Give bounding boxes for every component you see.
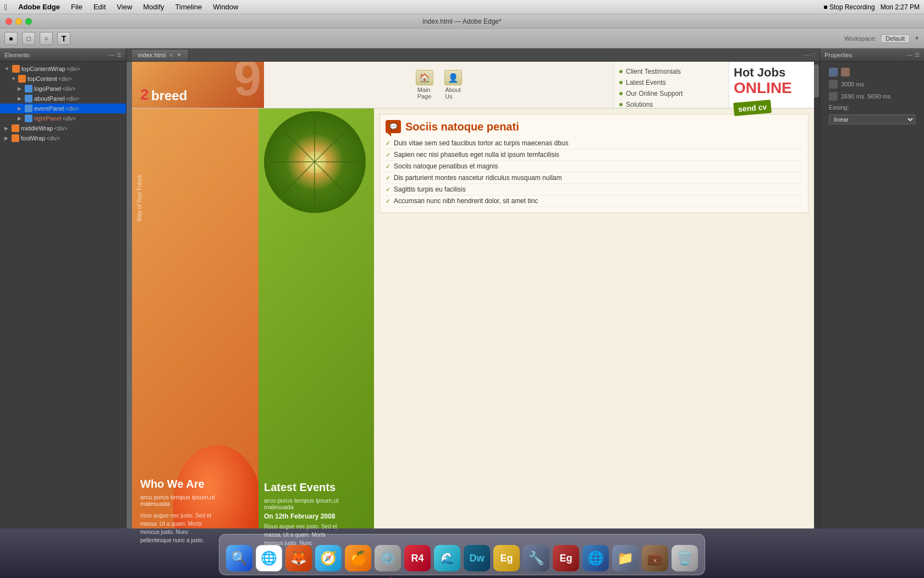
check-icon-3: ✓: [386, 163, 391, 170]
dock-briefcase[interactable]: 💼: [642, 545, 668, 571]
tool-move[interactable]: ■: [4, 32, 18, 45]
toggle-rightpanel[interactable]: ▶: [18, 116, 23, 121]
svg-line-1: [315, 131, 345, 162]
latest-events-subtitle: arcu purus tempus ipsum,utmalesuada: [264, 497, 339, 510]
content-item-5: ✓ Sagittis turpis eu facilisis: [386, 184, 802, 195]
icon-footwrap: [12, 134, 19, 142]
tree-item-topcontent[interactable]: ▼ topContent <div>: [0, 74, 126, 84]
menu-adobeedge[interactable]: Adobe Edge: [16, 3, 62, 11]
workspace-dropdown[interactable]: ▼: [914, 35, 920, 41]
who-we-are-body: risus augue nec justo. Sed etmassa. Ut a…: [140, 511, 215, 544]
prop-ms1-icon: [829, 80, 838, 89]
canvas-scrollbar-thumb[interactable]: [813, 64, 819, 97]
properties-content: 3000 ms 2690 ms 5690 ms Easing: linear e…: [820, 62, 924, 130]
elements-panel-menu[interactable]: ☰: [117, 52, 122, 58]
menu-latest-events[interactable]: Latest Events: [614, 77, 729, 88]
person-icon: 👤: [444, 70, 462, 85]
tool-text[interactable]: T: [57, 32, 70, 45]
canvas-minimize[interactable]: —: [804, 52, 810, 58]
dock-settings[interactable]: ⚙️: [375, 545, 401, 571]
easing-select[interactable]: linear ease ease-in ease-out: [829, 114, 915, 124]
minimize-button[interactable]: [15, 18, 22, 25]
tree-item-rightpanel[interactable]: ▶ rightPanel <div>: [0, 113, 126, 123]
properties-panel-title: Properties: [824, 52, 852, 58]
menu-window[interactable]: Window: [211, 3, 240, 11]
dock-folder[interactable]: 📁: [612, 545, 639, 571]
tree-item-eventpanel[interactable]: ▶ eventPanel <div>: [0, 103, 126, 113]
properties-panel-header: Properties — ☰: [820, 48, 924, 62]
stop-recording[interactable]: ■ Stop Recording: [823, 3, 875, 11]
hot-jobs-box: Hot Jobs ONLINE send cv: [729, 62, 814, 108]
content-item-3: ✓ Sociis natoque penatibus et magnis: [386, 161, 802, 172]
menu-bullet-1: [619, 70, 623, 73]
latest-events-section: Latest Events arcu purus tempus ipsum,ut…: [264, 481, 339, 547]
menu-view[interactable]: View: [114, 3, 134, 11]
webpage-logo-area: 9 2 breed: [132, 62, 264, 108]
toggle-footwrap[interactable]: ▶: [4, 135, 10, 141]
nav-btn-mainpage[interactable]: 🏠 MainPage: [416, 70, 433, 100]
dock-finder[interactable]: 🔍: [226, 545, 252, 571]
dock-tools[interactable]: 🔧: [523, 545, 549, 571]
webpage-panels: Way of Your Future Who We Are arcu purus…: [132, 108, 814, 561]
tree-item-middlewrap[interactable]: ▶ middleWrap <div>: [0, 123, 126, 133]
canvas-tab-dropdown[interactable]: ▼: [177, 52, 182, 58]
webpage-nav-buttons: 🏠 MainPage 👤 AboutUs: [264, 62, 613, 108]
menu-online-support[interactable]: Our Online Support: [614, 88, 729, 99]
dock-trash[interactable]: 🗑️: [672, 545, 698, 571]
toggle-aboutpanel[interactable]: ▶: [18, 96, 23, 101]
tool-ellipse[interactable]: ○: [40, 32, 53, 45]
canvas-tab-close[interactable]: ✕: [169, 52, 173, 58]
workspace-selector[interactable]: Default: [881, 34, 910, 43]
dock-eg[interactable]: Eg: [493, 545, 520, 571]
properties-menu[interactable]: ☰: [915, 52, 920, 58]
dock-app8[interactable]: 🌊: [434, 545, 460, 571]
tree-item-footwrap[interactable]: ▶ footWrap <div>: [0, 133, 126, 143]
dock-eg2[interactable]: Eg: [553, 545, 579, 571]
canvas-tab-indexhtml[interactable]: index.html ✕ ▼: [131, 49, 189, 61]
tree-item-aboutpanel[interactable]: ▶ aboutPanel <div>: [0, 94, 126, 103]
toggle-topcontent[interactable]: ▼: [11, 76, 16, 81]
canvas-maximize[interactable]: □: [812, 52, 815, 58]
dock-firefox[interactable]: 🦊: [285, 545, 312, 571]
time-display: Mon 2:27 PM: [881, 3, 920, 11]
prop-ms2-label: 2690 ms: [841, 93, 864, 100]
toggle-topcontentwrap[interactable]: ▼: [4, 66, 10, 72]
properties-collapse[interactable]: —: [907, 52, 912, 58]
dock-chrome[interactable]: 🌐: [256, 545, 282, 571]
menu-modify[interactable]: Modify: [141, 3, 166, 11]
toggle-eventpanel[interactable]: ▶: [18, 106, 23, 111]
tree-item-topcontentwrap[interactable]: ▼ topContentWrap <div>: [0, 64, 126, 74]
who-we-are-subtitle: arcu purus tempus ipsum,utmalesuada: [140, 494, 215, 507]
menu-bullet-3: [619, 92, 623, 95]
dock-app5[interactable]: 🍊: [345, 545, 371, 571]
dock-dw[interactable]: Dw: [464, 545, 490, 571]
toggle-logopanel[interactable]: ▶: [18, 86, 23, 91]
prop-row-ms1: 3000 ms: [824, 78, 920, 90]
tool-rect[interactable]: □: [22, 32, 35, 45]
webpage-right-content: 💬 Sociis natoque penati ✓ Duis vitae sem…: [374, 108, 814, 561]
close-button[interactable]: [6, 18, 12, 25]
dock-safari[interactable]: 🧭: [315, 545, 342, 571]
webpage-topnav: 9 2 breed 🏠 MainPage 👤 AboutUs: [132, 62, 814, 108]
menu-client-testimonials[interactable]: Client Testimonials: [614, 66, 729, 77]
easing-label: Easing:: [829, 104, 849, 111]
dock-web[interactable]: 🌐: [582, 545, 609, 571]
latest-events-date: On 12th February 2008: [264, 512, 339, 520]
icon-logopanel: [25, 85, 32, 92]
content-heading-text: Sociis natoque penati: [405, 121, 519, 133]
elements-panel-collapse[interactable]: —: [109, 52, 114, 58]
prop-easing-select-row: linear ease ease-in ease-out: [824, 112, 920, 126]
tree-item-logopanel[interactable]: ▶ logoPanel <div>: [0, 84, 126, 94]
canvas-content: 9 2 breed 🏠 MainPage 👤 AboutUs: [127, 62, 820, 564]
webpage-preview: 9 2 breed 🏠 MainPage 👤 AboutUs: [132, 62, 814, 564]
content-text-3: Sociis natoque penatibus et magnis: [394, 162, 498, 170]
menu-edit[interactable]: Edit: [91, 3, 108, 11]
menu-timeline[interactable]: Timeline: [173, 3, 205, 11]
menu-file[interactable]: File: [69, 3, 85, 11]
dock-r4[interactable]: R4: [404, 545, 431, 571]
fullscreen-button[interactable]: [25, 18, 32, 25]
apple-menu[interactable]: : [4, 3, 7, 12]
nav-btn-aboutus[interactable]: 👤 AboutUs: [444, 70, 462, 100]
icon-topcontent: [18, 75, 26, 83]
toggle-middlewrap[interactable]: ▶: [4, 126, 10, 131]
